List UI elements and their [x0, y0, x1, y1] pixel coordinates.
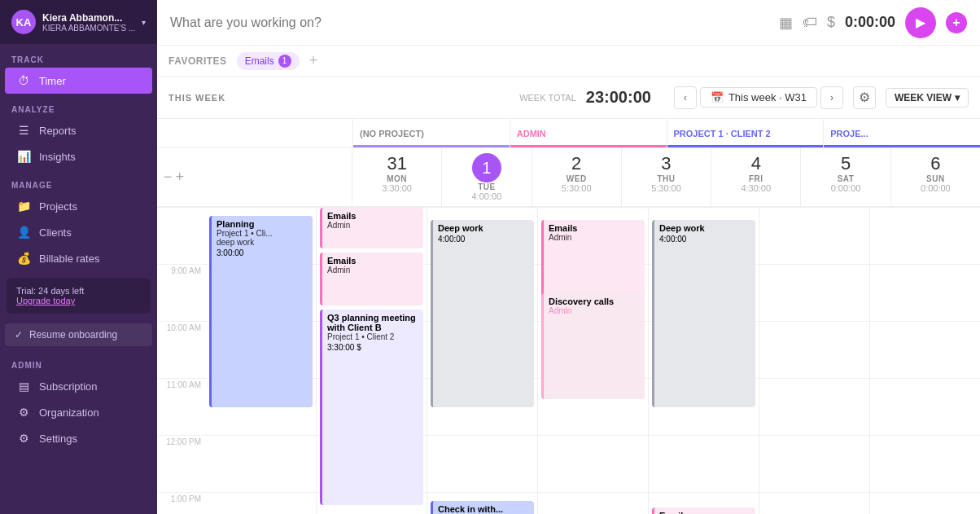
day-time-sun: 0:00:00 [895, 183, 977, 193]
day-name-thu: THU [625, 174, 707, 183]
sidebar-item-billable[interactable]: 💰 Billable rates [5, 245, 152, 271]
add-favorite-button[interactable]: + [309, 52, 318, 69]
user-menu[interactable]: KA Kiera Abbamon... KIERA ABBAMONTE'S ..… [0, 0, 157, 44]
sidebar-item-reports[interactable]: ☰ Reports [5, 117, 152, 143]
day-col-wed: Deep work 4:00:00 Check in with... Proje… [427, 208, 538, 514]
grid-icon[interactable]: ▦ [779, 14, 793, 32]
avatar: KA [11, 10, 36, 34]
sidebar-item-projects[interactable]: 📁 Projects [5, 193, 152, 219]
spacer [157, 119, 352, 147]
event-title: Planning [217, 219, 308, 229]
day-header-sun: 6 SUN 0:00:00 [891, 148, 980, 206]
day-header-wed: 2 WED 5:30:00 [532, 148, 622, 206]
play-button[interactable]: ▶ [905, 7, 936, 38]
favorite-tag-label: Emails [245, 55, 274, 67]
expand-button[interactable]: + [176, 169, 185, 186]
event-sub: Project 1 • Cli... [217, 229, 308, 238]
event-title: Deep work [438, 223, 529, 233]
day-num-tue: 1 [472, 153, 501, 182]
event-time: 4:00:00 [438, 235, 529, 244]
day-time-fri: 4:30:00 [715, 183, 797, 193]
sidebar-item-label: Settings [39, 433, 77, 445]
week-settings-button[interactable]: ⚙ [853, 86, 876, 109]
time-1pm: 1:00 PM [157, 493, 206, 514]
week-total-label: WEEK TOTAL [519, 93, 576, 103]
event-checkin-wed[interactable]: Check in with... Project 1 • Clie... 1:0… [431, 501, 534, 514]
day-col-fri: Deep work 4:00:00 Emails Admin [649, 208, 759, 514]
prev-week-button[interactable]: ‹ [674, 86, 697, 109]
event-title: Emails [549, 223, 640, 233]
check-icon: ✓ [15, 329, 23, 340]
day-header-fri: 4 FRI 4:30:00 [711, 148, 801, 206]
billable-icon: 💰 [16, 252, 31, 265]
current-week-display[interactable]: 📅 This week · W31 [700, 87, 817, 108]
dollar-icon[interactable]: $ [827, 14, 835, 31]
sidebar-item-subscription[interactable]: ▤ Subscription [5, 373, 152, 399]
sidebar-item-label: Clients [39, 226, 72, 239]
reports-icon: ☰ [16, 124, 31, 137]
project1-label: PROJECT 1 · CLIENT 2 [674, 129, 771, 138]
calendar-icon: 📅 [711, 91, 724, 103]
event-q3-planning-tue[interactable]: Q3 planning meeting with Client B Projec… [320, 310, 423, 505]
day-headers: − + 31 MON 3:30:00 1 TUE 4:00:00 2 [157, 148, 980, 208]
col-admin: ADMIN [510, 119, 667, 147]
event-title: Deep work [659, 223, 750, 233]
timer-icon: ⏱ [16, 74, 31, 87]
event-deepwork-fri[interactable]: Deep work 4:00:00 [652, 220, 755, 407]
sidebar-item-label: Insights [39, 151, 76, 163]
day-name-sat: SAT [804, 174, 886, 183]
event-emails-tue-top[interactable]: Emails Admin [320, 208, 423, 248]
day-time-tue: 4:00:00 [445, 191, 527, 201]
sidebar-item-insights[interactable]: 📊 Insights [5, 143, 152, 169]
week-view-button[interactable]: WEEK VIEW ▾ [886, 88, 969, 108]
day-col-tue: Emails Admin Emails Admin Q3 planning me… [317, 208, 427, 514]
projects-icon: 📁 [16, 200, 31, 213]
analyze-section: ANALYZE [0, 94, 157, 117]
time-labels: 9:00 AM 10:00 AM 11:00 AM 12:00 PM 1:00 … [157, 208, 206, 514]
day-num-wed: 2 [536, 153, 618, 174]
this-week-label: THIS WEEK [168, 93, 225, 103]
timer-display: 0:00:00 [845, 14, 895, 31]
event-sub2: deep work [217, 238, 308, 247]
event-sub: Project 1 • Client 2 [327, 332, 418, 341]
upgrade-link[interactable]: Upgrade today [16, 296, 75, 305]
favorite-emails[interactable]: Emails 1 [237, 52, 300, 70]
next-week-button[interactable]: › [820, 86, 843, 109]
trial-text: Trial: 24 days left [16, 286, 84, 296]
time-entry-input[interactable] [170, 15, 769, 30]
sidebar-item-label: Timer [39, 75, 66, 87]
day-name-mon: MON [356, 174, 438, 183]
day-time-thu: 5:30:00 [625, 183, 707, 193]
event-deepwork-wed[interactable]: Deep work 4:00:00 [431, 220, 534, 407]
col-no-project: (NO PROJECT) [352, 119, 510, 147]
tag-icon[interactable]: 🏷 [803, 14, 817, 31]
collapse-button[interactable]: − [164, 169, 173, 186]
organization-icon: ⚙ [16, 406, 31, 419]
resume-label: Resume onboarding [29, 329, 117, 340]
sidebar-item-label: Organization [39, 406, 99, 419]
resume-onboarding[interactable]: ✓ Resume onboarding [5, 323, 152, 346]
user-info: Kiera Abbamon... KIERA ABBAMONTE'S ... [42, 12, 142, 33]
admin-label: ADMIN [517, 129, 546, 138]
main-content: ▦ 🏷 $ 0:00:00 ▶ + FAVORITES Emails 1 + T… [157, 0, 980, 514]
event-discovery-thu[interactable]: Discovery calls Admin [541, 293, 645, 399]
settings-icon: ⚙ [16, 432, 31, 445]
sidebar-item-organization[interactable]: ⚙ Organization [5, 399, 152, 425]
event-emails-fri[interactable]: Emails Admin [652, 507, 755, 514]
time-9am: 9:00 AM [157, 265, 206, 322]
add-entry-button[interactable]: + [946, 12, 967, 33]
day-name-sun: SUN [895, 174, 977, 183]
event-emails-tue-2[interactable]: Emails Admin [320, 253, 423, 305]
sidebar-item-timer[interactable]: ⏱ Timer [5, 68, 152, 94]
day-col-mon: Planning Project 1 • Cli... deep work 3:… [206, 208, 317, 514]
time-12pm: 12:00 PM [157, 436, 206, 493]
time-pre [157, 208, 206, 265]
event-planning-mon[interactable]: Planning Project 1 • Cli... deep work 3:… [209, 216, 313, 407]
day-time-mon: 3:30:00 [356, 183, 438, 193]
sidebar-item-clients[interactable]: 👤 Clients [5, 219, 152, 245]
day-columns: Planning Project 1 • Cli... deep work 3:… [206, 208, 980, 514]
insights-icon: 📊 [16, 150, 31, 163]
day-time-sat: 0:00:00 [804, 183, 886, 193]
trial-banner: Trial: 24 days left Upgrade today [7, 278, 151, 314]
sidebar-item-settings[interactable]: ⚙ Settings [5, 425, 152, 451]
